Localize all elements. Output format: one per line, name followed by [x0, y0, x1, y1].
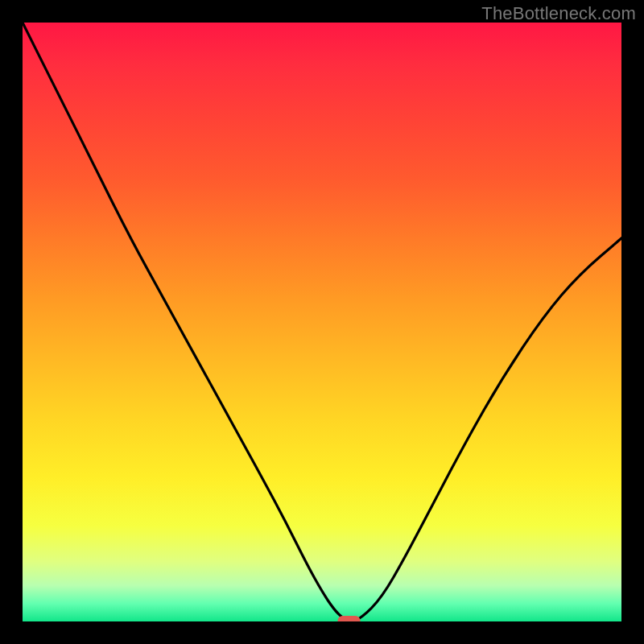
optimum-marker — [338, 616, 361, 621]
plot-area — [23, 23, 621, 621]
watermark-text: TheBottleneck.com — [481, 3, 636, 24]
bottleneck-curve-path — [23, 23, 621, 621]
bottleneck-curve-svg — [23, 23, 621, 621]
chart-frame: TheBottleneck.com — [0, 0, 644, 644]
